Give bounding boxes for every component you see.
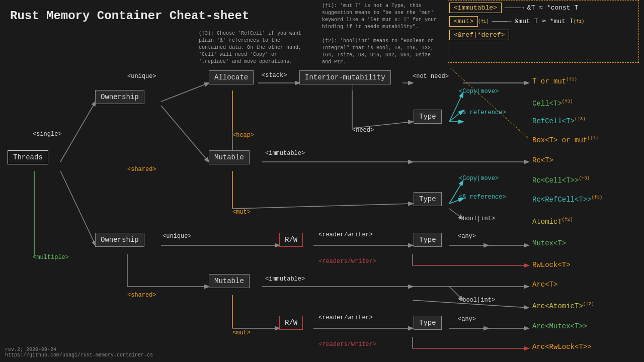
ref1-label: <& reference> (459, 109, 506, 116)
type-arc-rwlock: Arc<RwLock<T>> (532, 343, 592, 351)
reader-writer1-label: <reader/writer> (318, 231, 373, 238)
unique1-label: <unique> (127, 73, 156, 80)
svg-line-2 (60, 171, 96, 245)
multiple-label: <multiple> (33, 254, 69, 261)
svg-line-3 (161, 83, 209, 102)
type5-node: Type (414, 316, 442, 330)
interior-mut-node: Interior-mutability (299, 70, 391, 84)
mut2-label: <mut> (232, 329, 251, 336)
type-arc-mutex: Arc<Mutex<T>> (532, 322, 587, 330)
readers-writer1-label: <readers/writer> (318, 258, 376, 265)
mut1-label: <mut> (232, 209, 251, 216)
mutable2-node: Mutable (209, 274, 250, 288)
arrow-icon2: ————→ (492, 18, 512, 25)
type-mutex: Mutex<T> (532, 239, 566, 247)
fn1-sup2: (†1) (574, 19, 585, 24)
svg-line-41 (449, 93, 463, 122)
type-rc: Rc<T> (532, 156, 553, 164)
ref-box: <&ref|*deref> (449, 30, 509, 40)
fn1-sup-top: (†1) (478, 19, 489, 24)
arrow-icon: ————→ (505, 4, 524, 12)
any2-label: <any> (458, 316, 476, 323)
note-fn3: (†3): Choose 'RefCell' if you want plain… (199, 30, 309, 65)
svg-line-1 (60, 102, 96, 162)
type-box: Box<T> or mut(†1) (532, 136, 598, 144)
topright-legend: <immutable> ————→ &T ≈ *const T <mut> (†… (449, 3, 630, 43)
unique2-label: <unique> (163, 233, 192, 240)
immutable1-label: <immutable> (265, 150, 305, 157)
type-t-or-mut: T or mut(†1) (532, 77, 577, 85)
ownership1-node: Ownership (95, 90, 144, 104)
need-label: <need> (352, 127, 374, 134)
type-atomic: AtomicT(†2) (532, 217, 573, 226)
type-refcell: RefCell<T>(†3) (532, 117, 586, 125)
type-rwlock: RwLock<T> (532, 261, 571, 269)
any1-label: <any> (458, 233, 476, 240)
note-fn2: (†2): 'bool|int' means to "Boolean or In… (322, 38, 443, 66)
page-title: Rust Memory Container Cheat-sheet (10, 9, 249, 23)
reader-writer2-label: <reader/writer> (318, 314, 373, 321)
mut-box: <mut> (449, 16, 478, 27)
type-arc-atomic: Arc<AtomicT>(†2) (532, 302, 594, 310)
type2-node: Type (414, 192, 442, 206)
type3-node: Type (414, 233, 442, 247)
bool-int2-label: <bool|int> (459, 297, 495, 304)
footer: rev.2; 2020-09-24 https://github.com/usa… (5, 347, 153, 358)
type-cell: Cell<T>(†3) (532, 99, 573, 108)
t-const-label: &T ≈ *const T (527, 4, 578, 12)
shared2-label: <shared> (127, 292, 156, 299)
copy-move2-label: <Copy|move> (459, 175, 499, 182)
single-label: <single> (33, 131, 62, 138)
svg-line-16 (232, 204, 413, 209)
type-rc-refcell: Rc<RefCell<T>>(†3) (532, 195, 602, 204)
footer-url: https://github.com/usagi/rust-memory-con… (5, 352, 153, 358)
note-fn1: (†1): 'mut T' is not a Type, this sugges… (322, 3, 443, 31)
type-rc-cell: Rc<Cell<T>>(†3) (532, 176, 590, 185)
stack-label: <stack> (262, 72, 287, 79)
immutable2-label: <immutable> (265, 276, 305, 283)
shared1-label: <shared> (127, 166, 156, 173)
ownership2-node: Ownership (95, 233, 144, 247)
heap-label: <heap> (232, 132, 254, 139)
footer-rev: rev.2; 2020-09-24 (5, 347, 153, 352)
rw2-node: R/W (279, 316, 303, 330)
readers-writer2-label: <readers/writer> (318, 341, 376, 348)
rw1-node: R/W (279, 233, 303, 247)
type1-node: Type (414, 110, 442, 124)
svg-line-43 (450, 68, 528, 138)
threads-node: Threads (8, 150, 48, 164)
allocate-node: Allocate (209, 70, 254, 84)
mutable1-node: Mutable (209, 150, 250, 164)
svg-line-4 (161, 106, 209, 162)
type-arc: Arc<T> (532, 281, 557, 289)
immutable-box: <immutable> (449, 3, 502, 13)
copy-move1-label: <Copy|move> (459, 88, 499, 95)
not-need-label: <not need> (413, 73, 449, 80)
bool-int1-label: <bool|int> (459, 215, 495, 222)
ref2-label: <& reference> (459, 194, 506, 201)
mut-t-label: &mut T ≈ *mut T (515, 18, 574, 25)
